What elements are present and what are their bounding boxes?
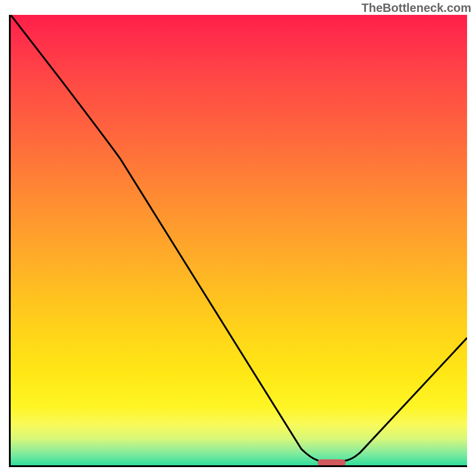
watermark-text: TheBottleneck.com (362, 1, 471, 15)
chart-plot-area (9, 15, 467, 467)
bottleneck-curve (11, 15, 467, 461)
curve-svg (11, 15, 467, 465)
optimal-marker (318, 459, 346, 465)
